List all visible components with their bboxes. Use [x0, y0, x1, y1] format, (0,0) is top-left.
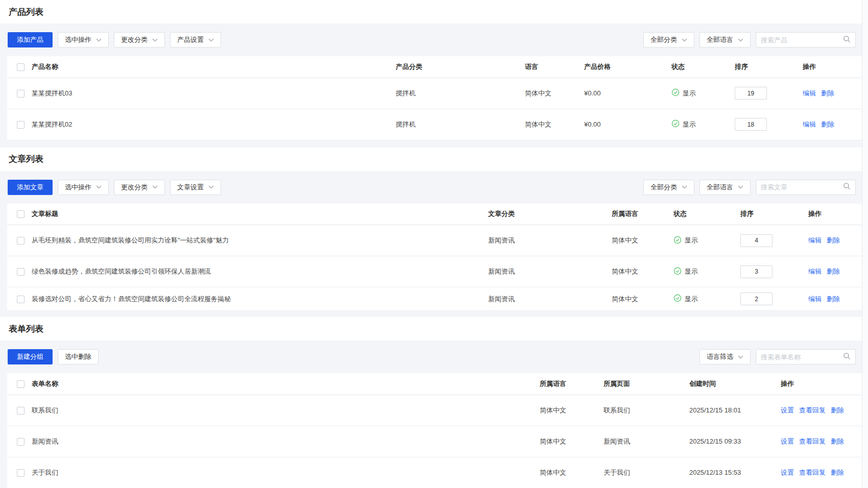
- chevron-down-icon: [682, 185, 687, 189]
- add-article-button[interactable]: 添加文章: [8, 180, 53, 195]
- chevron-down-icon: [738, 185, 743, 189]
- status-badge: 显示: [673, 294, 698, 304]
- row-checkbox[interactable]: [17, 237, 25, 245]
- form-language: 简体中文: [540, 395, 604, 426]
- row-checkbox[interactable]: [17, 268, 25, 276]
- articles-settings-dropdown[interactable]: 文章设置: [170, 180, 221, 195]
- forms-search-input[interactable]: [761, 353, 843, 361]
- delete-link[interactable]: 删除: [827, 236, 840, 244]
- sort-order-input[interactable]: [735, 87, 767, 100]
- circle-check-icon: [671, 119, 680, 129]
- edit-link[interactable]: 编辑: [808, 236, 822, 244]
- products-batch-action-dropdown[interactable]: 选中操作: [58, 32, 109, 47]
- products-table: 产品名称 产品分类 语言 产品价格 状态 排序 操作 某某搅拌机03 搅拌机 简…: [7, 56, 862, 140]
- chevron-down-icon: [152, 38, 158, 42]
- article-title: 装修选对公司，省心又省力！鼎筑空间建筑装修公司全流程服务揭秘: [32, 287, 488, 311]
- row-checkbox[interactable]: [17, 296, 25, 303]
- delete-link[interactable]: 删除: [827, 267, 840, 275]
- row-checkbox[interactable]: [17, 438, 25, 446]
- chevron-down-icon: [738, 355, 743, 359]
- search-icon[interactable]: [843, 182, 851, 192]
- delete-link[interactable]: 删除: [821, 120, 834, 128]
- search-icon[interactable]: [843, 35, 851, 45]
- edit-link[interactable]: 编辑: [803, 89, 816, 97]
- form-language: 简体中文: [540, 457, 604, 488]
- products-search-input[interactable]: [761, 36, 843, 44]
- article-category: 新闻资讯: [488, 256, 612, 287]
- new-group-button[interactable]: 新建分组: [8, 349, 53, 364]
- form-language: 简体中文: [540, 426, 604, 457]
- chevron-down-icon: [152, 185, 158, 189]
- settings-link[interactable]: 设置: [781, 406, 794, 414]
- delete-link[interactable]: 删除: [821, 89, 834, 97]
- articles-change-category-dropdown[interactable]: 更改分类: [114, 180, 165, 195]
- status-badge: 显示: [671, 88, 696, 98]
- settings-link[interactable]: 设置: [781, 469, 794, 476]
- products-settings-dropdown[interactable]: 产品设置: [170, 32, 221, 47]
- article-language: 简体中文: [612, 287, 673, 311]
- vertical-scrollbar[interactable]: [862, 0, 868, 488]
- product-language: 简体中文: [525, 78, 584, 109]
- chevron-down-icon: [682, 38, 687, 42]
- view-replies-link[interactable]: 查看回复: [799, 469, 826, 476]
- products-change-category-dropdown[interactable]: 更改分类: [114, 32, 165, 47]
- product-price: ¥0.00: [584, 78, 671, 109]
- select-all-checkbox[interactable]: [17, 63, 25, 71]
- product-name: 某某搅拌机03: [32, 78, 396, 109]
- table-row: 从毛坯到精装，鼎筑空间建筑装修公司用实力诠释"一站式装修"魅力 新闻资讯 简体中…: [7, 225, 862, 256]
- forms-search-box: [756, 349, 856, 364]
- circle-check-icon: [671, 88, 680, 98]
- sort-order-input[interactable]: [740, 234, 773, 247]
- form-name: 关于我们: [32, 457, 540, 488]
- sort-order-input[interactable]: [740, 265, 773, 278]
- forms-language-filter-dropdown[interactable]: 语言筛选: [700, 349, 751, 364]
- sort-order-input[interactable]: [735, 118, 767, 131]
- articles-search-input[interactable]: [761, 183, 843, 191]
- forms-table-card: 表单名称 所属语言 所属页面 创建时间 操作 联系我们 简体中文 联系我们 20…: [7, 373, 862, 488]
- row-checkbox[interactable]: [17, 121, 25, 129]
- products-category-filter-dropdown[interactable]: 全部分类: [643, 32, 694, 47]
- add-product-button[interactable]: 添加产品: [8, 32, 53, 47]
- status-badge: 显示: [673, 236, 698, 246]
- products-table-card: 产品名称 产品分类 语言 产品价格 状态 排序 操作 某某搅拌机03 搅拌机 简…: [7, 56, 862, 140]
- circle-check-icon: [673, 267, 682, 277]
- edit-link[interactable]: 编辑: [808, 267, 822, 275]
- row-checkbox[interactable]: [17, 469, 25, 477]
- circle-check-icon: [673, 236, 682, 246]
- delete-link[interactable]: 删除: [831, 406, 844, 414]
- select-all-checkbox[interactable]: [17, 210, 25, 218]
- product-language: 简体中文: [525, 109, 584, 140]
- products-search-box: [756, 32, 856, 47]
- articles-category-filter-dropdown[interactable]: 全部分类: [643, 180, 694, 195]
- delete-link[interactable]: 删除: [831, 437, 844, 445]
- articles-table-card: 文章标题 文章分类 所属语言 状态 排序 操作 从毛坯到精装，鼎筑空间建筑装修公…: [7, 204, 862, 311]
- edit-link[interactable]: 编辑: [803, 120, 816, 128]
- chevron-down-icon: [96, 38, 102, 42]
- articles-batch-action-dropdown[interactable]: 选中操作: [58, 180, 109, 195]
- delete-selected-button[interactable]: 选中删除: [58, 349, 99, 364]
- form-created-time: 2025/12/15 18:01: [689, 395, 781, 426]
- article-category: 新闻资讯: [488, 225, 612, 256]
- articles-language-filter-dropdown[interactable]: 全部语言: [700, 180, 751, 195]
- forms-header-row: 表单名称 所属语言 所属页面 创建时间 操作: [7, 373, 862, 395]
- row-checkbox[interactable]: [17, 407, 25, 414]
- status-badge: 显示: [671, 119, 696, 129]
- delete-link[interactable]: 删除: [831, 469, 844, 476]
- settings-link[interactable]: 设置: [781, 437, 794, 445]
- delete-link[interactable]: 删除: [827, 295, 840, 303]
- articles-toolbar: 添加文章 选中操作 更改分类 文章设置 全部分类 全部语言: [0, 171, 868, 204]
- form-created-time: 2025/12/15 09:33: [689, 426, 781, 457]
- products-language-filter-dropdown[interactable]: 全部语言: [700, 32, 751, 47]
- view-replies-link[interactable]: 查看回复: [799, 437, 826, 445]
- edit-link[interactable]: 编辑: [808, 295, 822, 303]
- circle-check-icon: [673, 294, 682, 304]
- table-row: 绿色装修成趋势，鼎筑空间建筑装修公司引领环保人居新潮流 新闻资讯 简体中文 显示…: [7, 256, 862, 287]
- row-checkbox[interactable]: [17, 90, 25, 97]
- products-toolbar: 添加产品 选中操作 更改分类 产品设置 全部分类 全部语言: [0, 23, 868, 56]
- view-replies-link[interactable]: 查看回复: [799, 406, 826, 414]
- search-icon[interactable]: [843, 352, 851, 362]
- articles-search-box: [756, 180, 856, 195]
- articles-section: 文章列表 添加文章 选中操作 更改分类 文章设置 全部分类 全部语言: [0, 148, 868, 311]
- select-all-checkbox[interactable]: [17, 380, 25, 388]
- sort-order-input[interactable]: [740, 292, 773, 305]
